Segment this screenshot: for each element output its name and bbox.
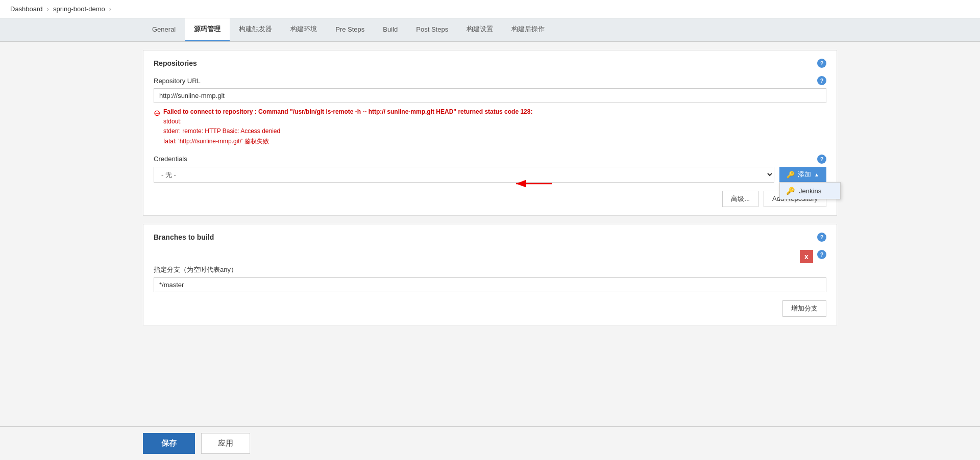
credentials-header: Credentials ? bbox=[154, 155, 826, 164]
tab-trigger[interactable]: 构建触发器 bbox=[230, 18, 281, 41]
breadcrumb: Dashboard › spring-boot-demo › bbox=[0, 0, 980, 18]
credentials-subsection: Credentials ? - 无 - 🔑 添加 ▲ 🔑 bbox=[154, 155, 826, 183]
add-credentials-wrapper: 🔑 添加 ▲ 🔑 Jenkins bbox=[779, 167, 826, 182]
delete-branch-button[interactable]: x bbox=[800, 250, 813, 263]
repo-url-subsection: Repository URL ? ⊖ Failed to connect to … bbox=[154, 76, 826, 146]
main-content: Repositories ? Repository URL ? ⊖ Failed… bbox=[0, 50, 980, 369]
repositories-help-icon[interactable]: ? bbox=[817, 59, 826, 68]
dropdown-item-jenkins[interactable]: 🔑 Jenkins bbox=[780, 183, 840, 199]
tab-build[interactable]: Build bbox=[374, 19, 407, 41]
credentials-help-icon[interactable]: ? bbox=[817, 155, 826, 164]
repo-url-help-icon[interactable]: ? bbox=[817, 76, 826, 85]
credentials-label: Credentials bbox=[154, 155, 187, 163]
branch-field-help-icon[interactable]: ? bbox=[817, 250, 826, 259]
tab-postbuild[interactable]: 构建后操作 bbox=[502, 18, 554, 41]
repo-url-label: Repository URL bbox=[154, 77, 201, 85]
error-circle-icon: ⊖ bbox=[154, 108, 160, 118]
branch-field-header: 指定分支（为空时代表any） bbox=[154, 265, 826, 274]
add-credentials-dropdown: 🔑 Jenkins bbox=[779, 182, 841, 199]
repo-url-input[interactable] bbox=[154, 88, 826, 103]
repo-error-text: Failed to connect to repository : Comman… bbox=[163, 107, 532, 146]
branches-header: Branches to build ? bbox=[154, 233, 826, 242]
branch-field-subsection: 指定分支（为空时代表any） bbox=[154, 265, 826, 292]
credentials-row: - 无 - 🔑 添加 ▲ 🔑 Jenkins bbox=[154, 167, 826, 183]
repositories-section: Repositories ? Repository URL ? ⊖ Failed… bbox=[143, 50, 837, 216]
breadcrumb-project[interactable]: spring-boot-demo bbox=[53, 5, 105, 13]
repositories-title: Repositories bbox=[154, 59, 197, 67]
breadcrumb-home[interactable]: Dashboard bbox=[10, 5, 43, 13]
repo-url-header: Repository URL ? bbox=[154, 76, 826, 85]
tabs-bar: General 源码管理 构建触发器 构建环境 Pre Steps Build … bbox=[0, 18, 980, 42]
repo-actions: 高级... Add Repository bbox=[154, 191, 826, 207]
tab-general[interactable]: General bbox=[143, 19, 185, 41]
branches-help-icon[interactable]: ? bbox=[817, 233, 826, 242]
repo-error-block: ⊖ Failed to connect to repository : Comm… bbox=[154, 107, 826, 146]
credentials-select[interactable]: - 无 - bbox=[154, 167, 774, 183]
jenkins-icon: 🔑 bbox=[786, 187, 795, 195]
branch-input[interactable] bbox=[154, 277, 826, 292]
repositories-header: Repositories ? bbox=[154, 59, 826, 68]
advanced-button[interactable]: 高级... bbox=[722, 191, 758, 207]
branches-title: Branches to build bbox=[154, 233, 214, 241]
add-button-caret: ▲ bbox=[814, 172, 819, 177]
branches-section: Branches to build ? x ? 指定分支（为空时代表any） 增… bbox=[143, 224, 837, 325]
breadcrumb-arrow-1: › bbox=[47, 5, 49, 13]
tab-poststeps[interactable]: Post Steps bbox=[407, 19, 457, 41]
tab-settings[interactable]: 构建设置 bbox=[457, 18, 502, 41]
add-branch-button[interactable]: 增加分支 bbox=[782, 300, 826, 317]
add-button-label: 添加 bbox=[798, 170, 811, 179]
branch-actions: 增加分支 bbox=[154, 300, 826, 317]
dropdown-jenkins-label: Jenkins bbox=[799, 187, 821, 195]
tab-presteps[interactable]: Pre Steps bbox=[326, 19, 374, 41]
breadcrumb-arrow-2: › bbox=[109, 5, 111, 13]
add-credentials-button[interactable]: 🔑 添加 ▲ bbox=[779, 167, 826, 182]
key-icon: 🔑 bbox=[787, 171, 795, 178]
tab-source[interactable]: 源码管理 bbox=[185, 18, 230, 41]
tab-env[interactable]: 构建环境 bbox=[281, 18, 326, 41]
branch-field-label: 指定分支（为空时代表any） bbox=[154, 265, 237, 274]
